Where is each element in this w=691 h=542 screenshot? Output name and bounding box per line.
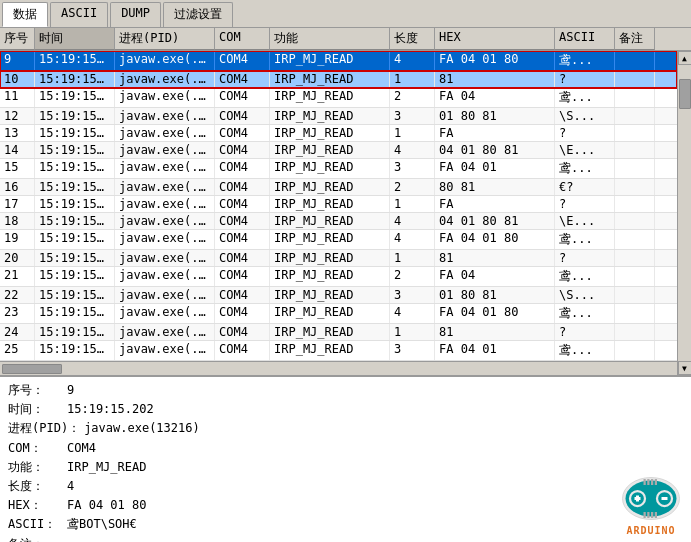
table-row[interactable]: 1015:19:15...javaw.exe(...COM4IRP_MJ_REA…	[0, 71, 677, 88]
col-hex[interactable]: HEX	[435, 28, 555, 50]
table-row[interactable]: 1915:19:15...javaw.exe(...COM4IRP_MJ_REA…	[0, 230, 677, 250]
col-func[interactable]: 功能	[270, 28, 390, 50]
table-cell: 04 01 80 81	[435, 213, 555, 229]
table-cell: 3	[390, 159, 435, 178]
svg-rect-5	[636, 495, 639, 501]
detail-com-label: COM：	[8, 439, 63, 458]
table-cell: 鸢...	[555, 230, 615, 249]
table-cell: 18	[0, 213, 35, 229]
scroll-thumb-h[interactable]	[2, 364, 62, 374]
table-cell: 15:19:15...	[35, 267, 115, 286]
svg-rect-7	[644, 479, 646, 485]
table-row[interactable]: 1515:19:15...javaw.exe(...COM4IRP_MJ_REA…	[0, 159, 677, 179]
table-cell: FA 04	[435, 267, 555, 286]
detail-process: 进程(PID)： javaw.exe(13216)	[8, 419, 683, 438]
table-row[interactable]: 2315:19:15...javaw.exe(...COM4IRP_MJ_REA…	[0, 304, 677, 324]
table-cell: COM4	[215, 250, 270, 266]
table-cell: COM4	[215, 159, 270, 178]
table-cell: FA 04 01 80	[435, 51, 555, 70]
tab-dump[interactable]: DUMP	[110, 2, 161, 27]
table-cell	[615, 108, 655, 124]
table-cell: 9	[0, 51, 35, 70]
col-len[interactable]: 长度	[390, 28, 435, 50]
table-cell: 4	[390, 142, 435, 158]
table-cell: IRP_MJ_READ	[270, 51, 390, 70]
table-row[interactable]: 2415:19:15...javaw.exe(...COM4IRP_MJ_REA…	[0, 324, 677, 341]
table-cell: 80 81	[435, 179, 555, 195]
table-cell: IRP_MJ_READ	[270, 267, 390, 286]
table-cell: 3	[390, 341, 435, 360]
table-cell: 15:19:15...	[35, 51, 115, 70]
svg-rect-10	[655, 479, 657, 485]
table-cell: ?	[555, 71, 615, 87]
table-cell: 15:19:15...	[35, 250, 115, 266]
table-cell: COM4	[215, 304, 270, 323]
table-row[interactable]: 2015:19:15...javaw.exe(...COM4IRP_MJ_REA…	[0, 250, 677, 267]
tab-filter[interactable]: 过滤设置	[163, 2, 233, 27]
table-cell: ?	[555, 196, 615, 212]
table-cell: 2	[390, 179, 435, 195]
vertical-scrollbar[interactable]: ▲ ▼	[677, 51, 691, 375]
table-row[interactable]: 2215:19:15...javaw.exe(...COM4IRP_MJ_REA…	[0, 287, 677, 304]
table-cell: IRP_MJ_READ	[270, 88, 390, 107]
table-cell: javaw.exe(...	[115, 324, 215, 340]
detail-process-value: javaw.exe(13216)	[84, 419, 200, 438]
scroll-up-arrow[interactable]: ▲	[678, 51, 692, 65]
table-cell: javaw.exe(...	[115, 196, 215, 212]
detail-ascii: ASCII： 鸢BOT\SOH€	[8, 515, 683, 534]
table-cell: IRP_MJ_READ	[270, 159, 390, 178]
table-row[interactable]: 2115:19:15...javaw.exe(...COM4IRP_MJ_REA…	[0, 267, 677, 287]
col-seq[interactable]: 序号	[0, 28, 35, 50]
table-cell: 鸢...	[555, 304, 615, 323]
table-row[interactable]: 1415:19:15...javaw.exe(...COM4IRP_MJ_REA…	[0, 142, 677, 159]
table-cell: 81	[435, 324, 555, 340]
table-cell: javaw.exe(...	[115, 142, 215, 158]
table-cell	[615, 341, 655, 360]
tab-data[interactable]: 数据	[2, 2, 48, 27]
svg-rect-12	[647, 512, 649, 518]
table-cell: 15:19:15...	[35, 324, 115, 340]
table-cell: IRP_MJ_READ	[270, 108, 390, 124]
table-row[interactable]: 1115:19:15...javaw.exe(...COM4IRP_MJ_REA…	[0, 88, 677, 108]
table-row[interactable]: 2515:19:15...javaw.exe(...COM4IRP_MJ_REA…	[0, 341, 677, 361]
table-cell: 15	[0, 159, 35, 178]
table-row[interactable]: 1715:19:15...javaw.exe(...COM4IRP_MJ_REA…	[0, 196, 677, 213]
detail-seq-value: 9	[67, 381, 74, 400]
table-row[interactable]: 915:19:15...javaw.exe(...COM4IRP_MJ_READ…	[0, 51, 677, 71]
scroll-thumb-v[interactable]	[679, 79, 691, 109]
tab-ascii[interactable]: ASCII	[50, 2, 108, 27]
col-com[interactable]: COM	[215, 28, 270, 50]
table-cell: COM4	[215, 267, 270, 286]
table-cell	[615, 142, 655, 158]
col-process[interactable]: 进程(PID)	[115, 28, 215, 50]
table-cell: COM4	[215, 213, 270, 229]
scroll-down-arrow[interactable]: ▼	[678, 361, 692, 375]
table-cell: COM4	[215, 71, 270, 87]
table-row[interactable]: 1815:19:15...javaw.exe(...COM4IRP_MJ_REA…	[0, 213, 677, 230]
table-row[interactable]: 1315:19:15...javaw.exe(...COM4IRP_MJ_REA…	[0, 125, 677, 142]
col-time[interactable]: 时间	[35, 28, 115, 50]
table-cell: IRP_MJ_READ	[270, 196, 390, 212]
svg-rect-8	[647, 479, 649, 485]
table-cell: IRP_MJ_READ	[270, 287, 390, 303]
table-cell: 81	[435, 250, 555, 266]
table-cell: 1	[390, 196, 435, 212]
detail-seq-label: 序号：	[8, 381, 63, 400]
table-cell: ?	[555, 324, 615, 340]
horizontal-scrollbar[interactable]	[0, 361, 677, 375]
table-cell: javaw.exe(...	[115, 71, 215, 87]
table-cell: IRP_MJ_READ	[270, 213, 390, 229]
table-cell: javaw.exe(...	[115, 88, 215, 107]
table-cell: FA 04 01 80	[435, 230, 555, 249]
col-ascii[interactable]: ASCII	[555, 28, 615, 50]
table-row[interactable]: 1615:19:15...javaw.exe(...COM4IRP_MJ_REA…	[0, 179, 677, 196]
table-row[interactable]: 1215:19:15...javaw.exe(...COM4IRP_MJ_REA…	[0, 108, 677, 125]
col-note[interactable]: 备注	[615, 28, 655, 50]
table-cell: 16	[0, 179, 35, 195]
table-cell	[615, 287, 655, 303]
table-cell: javaw.exe(...	[115, 159, 215, 178]
table-cell: COM4	[215, 179, 270, 195]
table-body[interactable]: 915:19:15...javaw.exe(...COM4IRP_MJ_READ…	[0, 51, 677, 361]
table-cell: 3	[390, 108, 435, 124]
table-cell: 2	[390, 88, 435, 107]
